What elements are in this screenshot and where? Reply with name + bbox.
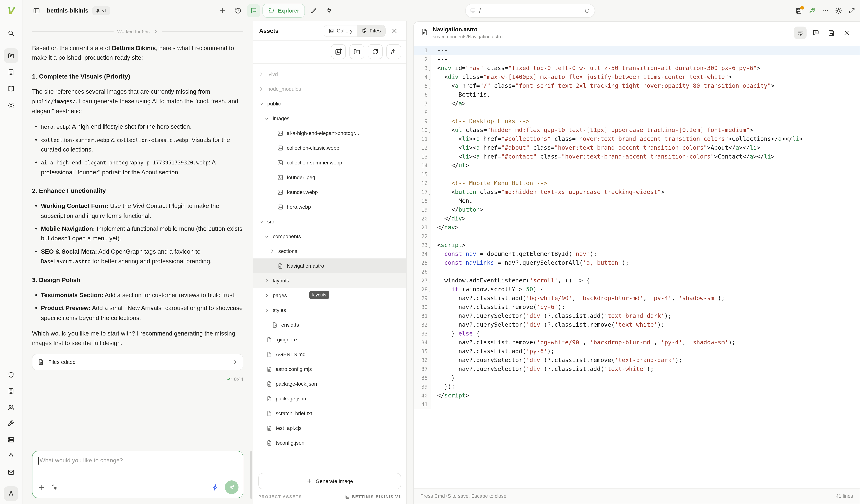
tree-file-env.d.ts[interactable]: env.d.ts [253,317,406,332]
generate-image-button[interactable]: Generate Image [258,473,401,489]
tree-file-AGENTS.md[interactable]: AGENTS.md [253,347,406,362]
book-icon[interactable] [4,82,18,96]
code-line-29[interactable]: 29 nav?.classList.add('bg-white/90', 'ba… [414,294,860,303]
fold-chevron-icon[interactable]: ⌄ [429,83,431,91]
refresh-icon[interactable] [368,44,383,59]
code-line-7[interactable]: 7 </a> [414,99,860,108]
pencil-icon[interactable] [307,4,320,17]
tree-file-test_api.cjs[interactable]: test_api.cjs [253,421,406,435]
tab-gallery[interactable]: Gallery [324,25,357,36]
fold-chevron-icon[interactable]: ⌄ [429,189,431,198]
code-line-5[interactable]: 5⌄ <a href="/" class="font-serif text-2x… [414,82,860,90]
code-line-16[interactable]: 16 <!-- Mobile Menu Button --> [414,179,860,188]
fold-chevron-icon[interactable]: ⌄ [429,65,431,74]
fullscreen-icon[interactable] [848,7,856,14]
tree-file-collection-classic.webp[interactable]: collection-classic.webp [253,141,406,155]
fold-chevron-icon[interactable]: ⌄ [429,242,431,251]
tree-file-hero.webp[interactable]: hero.webp [253,200,406,214]
code-line-18[interactable]: 18 Menu [414,197,860,205]
search-icon[interactable] [4,26,18,41]
rocket-icon[interactable] [808,7,816,14]
files-edited-card[interactable]: Files edited [32,354,243,370]
version-badge[interactable]: v1 [92,6,110,15]
avatar[interactable]: A [4,486,18,501]
code-line-13[interactable]: 13 <li><a href="#contact" class="hover:t… [414,152,860,161]
tree-folder-src[interactable]: src [253,214,406,229]
code-line-12[interactable]: 12 <li><a href="#about" class="hover:tex… [414,143,860,152]
code-line-2[interactable]: 2--- [414,55,860,64]
tree-file-tsconfig.json[interactable]: tsconfig.json [253,435,406,450]
tree-folder-.vivd[interactable]: .vivd [253,67,406,82]
tree-file-collection-summer.webp[interactable]: collection-summer.webp [253,155,406,170]
tree-file-founder.webp[interactable]: founder.webp [253,185,406,200]
url-bar[interactable]: / [465,4,595,18]
explorer-button[interactable]: Explorer [262,4,305,18]
chat-input[interactable]: What would you like to change? [32,451,243,498]
close-icon[interactable] [841,27,853,39]
panel-toggle-icon[interactable] [30,4,43,17]
worked-for-row[interactable]: Worked for 55s [32,29,243,34]
history-icon[interactable] [231,4,245,17]
code-line-24[interactable]: 24 const nav = document.getElementById('… [414,249,860,258]
code-line-35[interactable]: 35 nav?.classList.add('py-6'); [414,347,860,356]
gear-icon[interactable] [4,98,18,113]
tree-file-founder.jpeg[interactable]: founder.jpeg [253,170,406,185]
tree-file-package-lock.json[interactable]: package-lock.json [253,376,406,391]
theme-sun-icon[interactable] [835,7,842,14]
tree-file-scratch_brief.txt[interactable]: scratch_brief.txt [253,406,406,421]
storefront-icon[interactable] [4,384,18,399]
project-title[interactable]: bettinis-bikinis [47,8,88,14]
fold-chevron-icon[interactable]: ⌄ [429,127,431,136]
attach-plus-icon[interactable] [38,484,45,491]
code-line-8[interactable]: 8 [414,108,860,117]
code-line-28[interactable]: 28⌄ if (window.scrollY > 50) { [414,285,860,294]
tree-folder-public[interactable]: public [253,96,406,111]
code-line-15[interactable]: 15 [414,170,860,179]
code-line-20[interactable]: 20 </div> [414,214,860,223]
users-icon[interactable] [4,400,18,415]
wrench-icon[interactable] [4,416,18,431]
code-line-4[interactable]: 4⌄ <div class="max-w-[1400px] mx-auto fl… [414,73,860,82]
code-line-27[interactable]: 27⌄ window.addEventListener('scroll', ()… [414,276,860,285]
tree-file-ai-a-high-end-elegant-photogr...[interactable]: ai-a-high-end-elegant-photogr... [253,126,406,141]
wrap-text-icon[interactable] [794,27,806,39]
more-options-icon[interactable] [822,7,829,14]
comment-plus-icon[interactable] [809,27,822,39]
plug-icon[interactable] [322,4,336,17]
code-line-6[interactable]: 6 Bettinis. [414,90,860,99]
fold-chevron-icon[interactable]: ⌄ [429,286,431,295]
image-plus-icon[interactable] [331,44,346,59]
save-icon[interactable] [825,27,837,39]
code-line-19[interactable]: 19 </button> [414,205,860,214]
tree-folder-layouts[interactable]: layouts [253,273,406,288]
code-line-25[interactable]: 25 const navLinks = nav?.querySelectorAl… [414,258,860,267]
send-button[interactable] [225,480,239,494]
tree-folder-images[interactable]: images [253,111,406,126]
shield-icon[interactable] [4,368,18,382]
fold-chevron-icon[interactable]: ⌄ [429,74,431,83]
tree-folder-pages[interactable]: pageslayouts [253,288,406,303]
lightning-icon[interactable] [212,484,219,491]
tree-folder-components[interactable]: components [253,229,406,244]
tree-file-package.json[interactable]: package.json [253,391,406,406]
close-icon[interactable] [388,25,400,37]
tab-files[interactable]: Files [357,25,385,36]
url-path[interactable]: / [479,8,581,14]
fold-chevron-icon[interactable]: ⌄ [429,277,431,286]
mail-icon[interactable] [4,465,18,480]
code-line-11[interactable]: 11 <li><a href="#collections" class="hov… [414,134,860,143]
tree-folder-styles[interactable]: styles [253,303,406,317]
tree-file-.gitignore[interactable]: .gitignore [253,332,406,347]
code-line-9[interactable]: 9 <!-- Desktop Links --> [414,117,860,126]
media-folder-icon[interactable] [4,48,18,63]
code-line-40[interactable]: 40</script> [414,391,860,400]
code-line-10[interactable]: 10⌄ <ul class="hidden md:flex gap-10 tex… [414,126,860,134]
code-line-22[interactable]: 22 [414,232,860,241]
code-line-26[interactable]: 26 [414,267,860,276]
chat-tab-icon[interactable] [247,4,260,17]
cursor-click-icon[interactable] [51,484,58,491]
scrollbar-thumb[interactable] [250,451,252,499]
storefront-icon[interactable] [4,65,18,80]
tree-folder-sections[interactable]: sections [253,244,406,258]
app-logo[interactable]: V [8,0,15,21]
